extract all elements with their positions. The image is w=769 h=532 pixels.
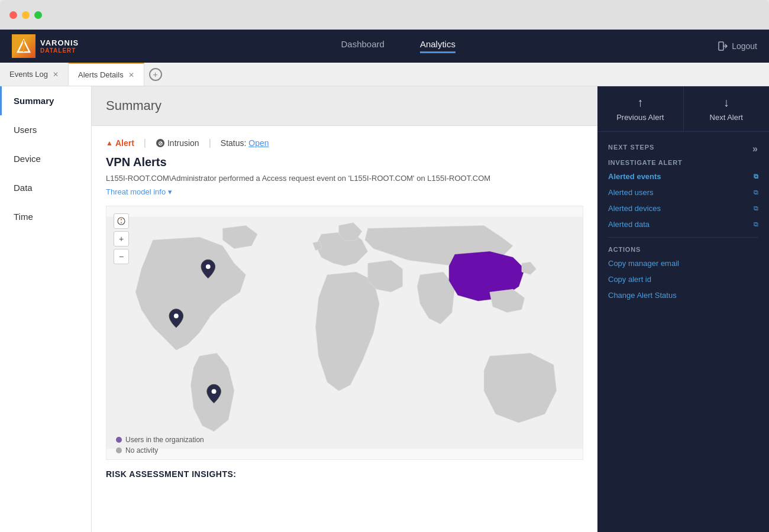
content-body: Alert | ⊘ Intrusion | Status: Open VPN A… xyxy=(92,126,597,532)
map-container: + − xyxy=(106,206,583,460)
tab-alerts-details[interactable]: Alerts Details ✕ xyxy=(69,63,144,86)
intrusion-badge: ⊘ Intrusion xyxy=(156,138,199,148)
legend-dot-no-activity xyxy=(116,447,122,453)
svg-point-10 xyxy=(174,314,179,319)
alerted-devices-link[interactable]: Alerted devices ⧉ xyxy=(608,204,758,213)
alert-meta: Alert | ⊘ Intrusion | Status: Open xyxy=(106,138,583,148)
alert-title: VPN Alerts xyxy=(106,155,583,169)
investigate-title: INVESTIGATE ALERT xyxy=(608,159,758,166)
top-nav: VARONIS DATALERT Dashboard Analytics Log… xyxy=(0,30,769,63)
logo-sub: DATALERT xyxy=(40,47,79,54)
tab-alerts-details-close[interactable]: ✕ xyxy=(128,71,134,79)
svg-marker-7 xyxy=(121,222,122,224)
nav-dashboard[interactable]: Dashboard xyxy=(341,39,384,53)
risk-title: RISK ASSESSMENT INSIGHTS: xyxy=(106,469,583,479)
legend-dot-users xyxy=(116,437,122,443)
svg-text:⊘: ⊘ xyxy=(158,140,163,147)
tab-events-log-label: Events Log xyxy=(9,70,48,79)
content-header: Summary xyxy=(92,86,597,126)
sidebar-item-users[interactable]: Users xyxy=(0,115,91,144)
external-link-icon-3: ⧉ xyxy=(754,220,758,228)
alert-description: L155I-ROOT.COM\Administrator performed a… xyxy=(106,174,583,183)
intrusion-label: Intrusion xyxy=(167,138,199,148)
previous-alert-button[interactable]: ↑ Previous Alert xyxy=(597,86,684,131)
change-alert-status-link[interactable]: Change Alert Status xyxy=(608,291,758,300)
logout-label: Logout xyxy=(732,41,757,51)
panel-divider xyxy=(608,237,758,238)
map-controls: + − xyxy=(114,213,129,264)
expand-icon[interactable]: » xyxy=(752,144,758,154)
content-area: Summary Alert | ⊘ Intrusion | Status: Op… xyxy=(92,86,597,532)
logout-button[interactable]: Logout xyxy=(718,41,757,51)
legend-label-users: Users in the organization xyxy=(125,436,204,444)
svg-point-9 xyxy=(206,264,211,269)
close-button[interactable] xyxy=(9,11,17,19)
next-alert-button[interactable]: ↓ Next Alert xyxy=(684,86,770,131)
tab-events-log[interactable]: Events Log ✕ xyxy=(0,63,69,86)
logo-brand: VARONIS xyxy=(40,38,79,47)
alerted-users-link[interactable]: Alerted users ⧉ xyxy=(608,188,758,197)
logo-area: VARONIS DATALERT xyxy=(12,34,79,58)
logo-icon xyxy=(12,34,35,58)
main-layout: Summary Users Device Data Time Summary A… xyxy=(0,86,769,532)
threat-model-info[interactable]: Threat model info xyxy=(106,187,583,196)
next-steps-title: NEXT STEPS » xyxy=(608,144,758,151)
copy-manager-email-link[interactable]: Copy manager email xyxy=(608,259,758,268)
copy-alert-id-link[interactable]: Copy alert id xyxy=(608,275,758,284)
next-arrow-icon: ↓ xyxy=(723,96,729,109)
status-value[interactable]: Open xyxy=(248,138,269,148)
map-zoom-out-btn[interactable]: − xyxy=(114,249,129,264)
status-text: Status: Open xyxy=(221,138,269,148)
actions-title: ACTIONS xyxy=(608,246,758,253)
world-map xyxy=(106,206,583,459)
map-legend: Users in the organization No activity xyxy=(116,436,204,455)
logo-text: VARONIS DATALERT xyxy=(40,38,79,54)
page-title: Summary xyxy=(106,98,583,113)
previous-alert-label: Previous Alert xyxy=(616,113,664,122)
tab-events-log-close[interactable]: ✕ xyxy=(53,70,59,79)
sidebar-item-device[interactable]: Device xyxy=(0,144,91,173)
next-steps-panel: NEXT STEPS » INVESTIGATE ALERT Alerted e… xyxy=(597,132,769,532)
svg-point-11 xyxy=(212,389,217,394)
external-link-icon-2: ⧉ xyxy=(754,205,758,212)
alert-badge: Alert xyxy=(106,138,134,148)
sidebar-item-summary[interactable]: Summary xyxy=(0,86,91,115)
left-sidebar: Summary Users Device Data Time xyxy=(0,86,92,532)
svg-rect-2 xyxy=(719,42,723,50)
sidebar-item-time[interactable]: Time xyxy=(0,202,91,231)
alerted-data-link[interactable]: Alerted data ⧉ xyxy=(608,220,758,229)
tab-add-button[interactable]: + xyxy=(144,63,167,86)
legend-label-no-activity: No activity xyxy=(125,446,158,455)
nav-analytics[interactable]: Analytics xyxy=(420,39,455,53)
window-chrome xyxy=(0,0,769,30)
map-zoom-in-btn[interactable]: + xyxy=(114,231,129,246)
next-alert-label: Next Alert xyxy=(710,113,743,122)
external-link-icon-1: ⧉ xyxy=(754,189,758,196)
maximize-button[interactable] xyxy=(34,11,42,19)
svg-marker-6 xyxy=(121,218,122,220)
legend-item-users: Users in the organization xyxy=(116,436,204,444)
sidebar-item-data[interactable]: Data xyxy=(0,173,91,202)
tab-alerts-details-label: Alerts Details xyxy=(78,70,124,79)
minimize-button[interactable] xyxy=(22,11,30,19)
tabs-bar: Events Log ✕ Alerts Details ✕ + xyxy=(0,63,769,86)
prev-arrow-icon: ↑ xyxy=(637,96,643,109)
right-panel: ↑ Previous Alert ↓ Next Alert NEXT STEPS… xyxy=(597,86,769,532)
traffic-lights xyxy=(9,11,42,19)
alerted-events-link[interactable]: Alerted events ⧉ xyxy=(608,172,758,181)
map-compass-btn[interactable] xyxy=(114,213,129,229)
nav-links: Dashboard Analytics xyxy=(79,39,718,53)
legend-item-no-activity: No activity xyxy=(116,446,204,455)
add-tab-icon[interactable]: + xyxy=(149,68,162,81)
external-link-icon-0: ⧉ xyxy=(754,173,758,180)
nav-buttons: ↑ Previous Alert ↓ Next Alert xyxy=(597,86,769,132)
